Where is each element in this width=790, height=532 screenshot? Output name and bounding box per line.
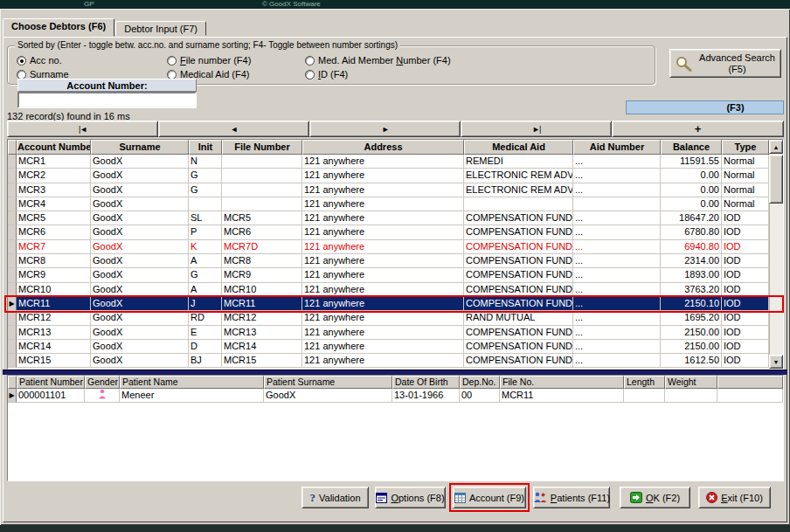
- column-header-patient-number[interactable]: Patient Number: [17, 376, 85, 389]
- window-bottom-strip: [0, 525, 790, 532]
- table-row-mcr8[interactable]: MCR8GoodXAMCR8121 anywhereCOMPENSATION F…: [8, 254, 783, 268]
- column-header-medical-aid[interactable]: Medical Aid: [464, 140, 573, 155]
- radio-circle-icon: [17, 70, 26, 79]
- table-row-mcr1[interactable]: MCR1GoodXN121 anywhereREMEDI...11591.55N…: [8, 155, 783, 169]
- cell-address: 121 anywhere: [302, 311, 464, 325]
- cell-file-number: MCR5: [222, 211, 302, 225]
- cell-address: 121 anywhere: [302, 254, 464, 268]
- account-number-input[interactable]: [17, 92, 197, 108]
- column-header-address[interactable]: Address: [302, 140, 464, 155]
- column-header-file-number[interactable]: File Number: [222, 140, 302, 155]
- cell-aid-number: ...: [573, 326, 661, 340]
- column-header-length[interactable]: Length: [624, 376, 665, 389]
- patients-button[interactable]: Patients (F11): [533, 487, 610, 508]
- nav-add-button[interactable]: +: [612, 121, 784, 137]
- tab-choose-debtors-f6[interactable]: Choose Debtors (F6): [3, 18, 114, 37]
- question-icon: ?: [310, 493, 316, 502]
- options-button[interactable]: Options (F8): [375, 487, 446, 508]
- column-header-date-of-birth[interactable]: Date Of Birth: [392, 376, 460, 389]
- nav-first-button[interactable]: |◄: [7, 121, 158, 137]
- cell-address: 121 anywhere: [302, 326, 464, 340]
- table-row-000001101[interactable]: ▶000001101MeneerGoodX13-01-196600MCR11: [8, 389, 783, 403]
- nav-last-button[interactable]: ►|: [461, 121, 612, 137]
- table-row-mcr15[interactable]: MCR15GoodXBJMCR15121 anywhereCOMPENSATIO…: [8, 354, 783, 368]
- cell-file-number: [222, 183, 302, 197]
- column-header-account-number[interactable]: Account Number: [17, 140, 91, 155]
- ok-button[interactable]: OK (F2): [620, 487, 690, 508]
- column-header-weight[interactable]: Weight: [665, 376, 717, 389]
- table-row-mcr13[interactable]: MCR13GoodXEMCR13121 anywhereCOMPENSATION…: [8, 326, 783, 340]
- cell-address: 121 anywhere: [302, 297, 464, 311]
- cell-init: RD: [189, 311, 222, 325]
- cell-type: IOD: [722, 311, 769, 325]
- row-indicator-cell: [8, 240, 17, 254]
- scrollbar-thumb[interactable]: [769, 155, 783, 204]
- radio-id-f4[interactable]: ID (F4): [305, 68, 567, 80]
- cell-address: 121 anywhere: [302, 155, 464, 169]
- advanced-search-button[interactable]: Advanced Search (F5): [669, 49, 781, 78]
- cell-medical-aid: COMPENSATION FUND: [464, 354, 573, 368]
- cell-date-of-birth: 13-01-1966: [392, 389, 460, 403]
- row-indicator-cell: ▶: [8, 297, 17, 311]
- cell-init: K: [189, 240, 222, 254]
- column-header-init[interactable]: Init: [189, 140, 222, 155]
- table-row-mcr7[interactable]: MCR7GoodXKMCR7D121 anywhereCOMPENSATION …: [8, 240, 783, 254]
- validation-button[interactable]: ?Validation: [301, 487, 369, 508]
- cell-init: [189, 197, 222, 211]
- advanced-search-label: Advanced Search (F5): [697, 52, 777, 75]
- cell-medical-aid: COMPENSATION FUND: [464, 211, 573, 225]
- cell-aid-number: ...: [573, 254, 661, 268]
- scroll-up-icon[interactable]: ▲: [769, 140, 783, 154]
- cell-file-number: [222, 197, 302, 211]
- table-row-mcr4[interactable]: MCR4GoodX121 anywhere0.00Normal: [8, 197, 783, 211]
- column-header-file-no[interactable]: File No.: [500, 376, 624, 389]
- column-header-patient-surname[interactable]: Patient Surname: [264, 376, 392, 389]
- cell-aid-number: ...: [573, 354, 661, 368]
- ok-button-label: OK (F2): [646, 493, 680, 503]
- cell-account-number: MCR8: [17, 254, 91, 268]
- cell-aid-number: ...: [573, 155, 661, 169]
- table-row-mcr14[interactable]: MCR14GoodXDMCR14121 anywhereCOMPENSATION…: [8, 340, 783, 354]
- column-header-blank[interactable]: [717, 376, 783, 389]
- column-header-surname[interactable]: Surname: [91, 140, 189, 155]
- column-header-gender[interactable]: Gender: [85, 376, 120, 389]
- cell-type: IOD: [722, 354, 769, 368]
- radio-acc-no[interactable]: Acc no.: [17, 54, 167, 66]
- table-row-mcr9[interactable]: MCR9GoodXGMCR9121 anywhereCOMPENSATION F…: [8, 268, 783, 282]
- radio-med-aid-member-number-f4[interactable]: Med. Aid Member Number (F4): [305, 54, 567, 66]
- magnifier-icon: [674, 55, 693, 73]
- vertical-scrollbar[interactable]: ▲ ▼: [769, 140, 783, 369]
- cell-balance: 0.00: [661, 169, 722, 183]
- column-header-patient-name[interactable]: Patient Name: [120, 376, 264, 389]
- table-row-mcr3[interactable]: MCR3GoodXG121 anywhereELECTRONIC REM ADV…: [8, 183, 783, 197]
- tab-debtor-input-f7[interactable]: Debtor Input (F7): [115, 21, 206, 36]
- scroll-down-icon[interactable]: ▼: [769, 355, 783, 369]
- column-header-type[interactable]: Type: [722, 140, 769, 155]
- table-row-mcr11[interactable]: ▶MCR11GoodXJMCR11121 anywhereCOMPENSATIO…: [8, 297, 783, 311]
- cell-init: G: [189, 183, 222, 197]
- column-header-dep-no[interactable]: Dep.No.: [460, 376, 500, 389]
- cell-account-number: MCR15: [17, 354, 91, 368]
- row-indicator-cell: [8, 169, 17, 183]
- row-indicator-cell: [8, 354, 17, 368]
- cell-file-number: MCR7D: [222, 240, 302, 254]
- account-button[interactable]: Account (F9): [453, 487, 526, 508]
- table-row-mcr5[interactable]: MCR5GoodXSLMCR5121 anywhereCOMPENSATION …: [8, 211, 783, 225]
- cell-balance: 2150.00: [661, 340, 722, 354]
- top-strip-left-text: GP: [84, 0, 94, 8]
- nav-next-button[interactable]: ►: [309, 121, 461, 137]
- table-row-mcr12[interactable]: MCR12GoodXRDMCR12121 anywhereRAND MUTUAL…: [8, 311, 783, 325]
- column-header-balance[interactable]: Balance: [661, 140, 722, 155]
- cell-account-number: MCR4: [17, 197, 91, 211]
- table-row-mcr6[interactable]: MCR6GoodXPMCR6121 anywhereCOMPENSATION F…: [8, 225, 783, 239]
- table-row-mcr10[interactable]: MCR10GoodXAMCR10121 anywhereCOMPENSATION…: [8, 283, 783, 297]
- cell-surname: GoodX: [91, 283, 189, 297]
- table-row-mcr2[interactable]: MCR2GoodXG121 anywhereELECTRONIC REM ADV…: [8, 169, 783, 183]
- exit-button[interactable]: Exit (F10): [698, 487, 771, 508]
- cell-address: 121 anywhere: [302, 197, 464, 211]
- nav-prev-button[interactable]: ◄: [158, 121, 309, 137]
- debtor-table-header: Account NumberSurnameInitFile NumberAddr…: [8, 140, 783, 155]
- cell-surname: GoodX: [91, 297, 189, 311]
- radio-file-number-f4[interactable]: File number (F4): [167, 54, 305, 66]
- column-header-aid-number[interactable]: Aid Number: [573, 140, 661, 155]
